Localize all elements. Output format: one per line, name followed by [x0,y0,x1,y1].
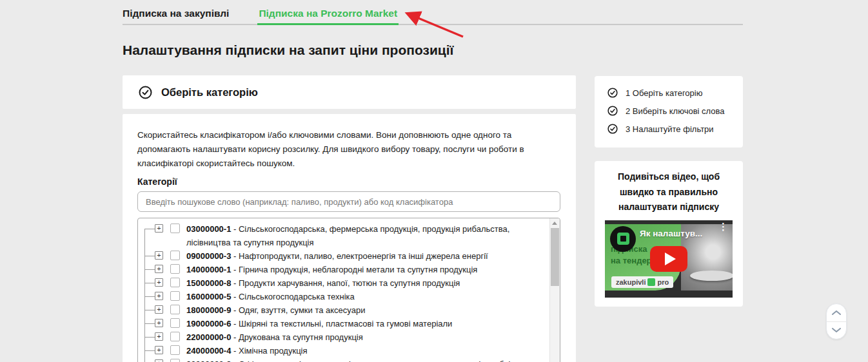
brand-right-text: pro [657,278,669,286]
tree-item-text[interactable]: 19000000-6 - Шкіряні та текстильні, плас… [186,317,452,330]
tree-item-text[interactable]: 03000000-1 - Сільськогосподарська, ферме… [186,222,545,249]
tree-expand-button[interactable]: + [155,292,163,300]
check-circle-icon [139,86,152,99]
tree-item-sep: - [231,319,239,329]
tree-item-sep: - [231,265,239,274]
category-description: Скористайтесь класифікатором і/або ключо… [137,128,560,171]
tree-row: + 18000000-9 - Одяг, взуття, сумки та ак… [144,303,547,317]
tree-item-name: Шкіряні та текстильні, пластмасові та гу… [239,319,452,329]
tree-item-text[interactable]: 15000000-8 - Продукти харчування, напої,… [186,276,460,290]
tabs-bar: Підписка на закупівлі Підписка на Prozor… [123,0,743,25]
zakupivli-pro-badge: zakupivli pro [611,276,673,288]
tree-expand-button[interactable]: + [155,224,163,233]
page-scroll-control [826,303,847,339]
check-circle-icon [607,88,618,98]
tree-row: + 14000000-1 - Гірнича продукція, неблаг… [144,263,547,276]
tree-row: + 30000000-9 - Офісна та комп’ютерна тех… [144,357,547,362]
step-label: 2 Виберіть ключові слова [626,106,725,116]
tree-item-sep: - [231,251,239,261]
category-checkbox[interactable] [170,318,180,328]
tree-item-text[interactable]: 09000000-3 - Нафтопродукти, паливо, елек… [186,249,488,263]
list-scrollbar[interactable] [549,218,560,362]
check-circle-icon [607,124,618,134]
tree-item-code: 22000000-0 [186,332,231,342]
tree-expand-button[interactable]: + [155,332,163,341]
tree-item-text[interactable]: 16000000-5 - Сільськогосподарська технік… [186,290,355,303]
category-checkbox[interactable] [170,278,180,287]
check-circle-icon [607,106,618,116]
tree-item-code: 24000000-4 [186,346,231,356]
category-header-card: Оберіть категорію [123,75,576,109]
tree-item-text[interactable]: 22000000-0 - Друкована та супутня продук… [186,330,363,344]
category-checkbox[interactable] [170,264,180,274]
classifier-search-input[interactable] [137,191,560,212]
step-item-3[interactable]: 3 Налаштуйте фільтри [607,124,743,134]
steps-card: 1 Оберіть категорію 2 Виберіть ключові с… [595,76,743,148]
tab-prozorro-market-subscription[interactable]: Підписка на Prozorro Market [259,7,397,24]
tree-row: + 24000000-4 - Хімічна продукція [144,344,547,357]
tree-item-sep: - [231,332,239,342]
tree-item-name: Одяг, взуття, сумки та аксесуари [239,305,365,315]
step-item-1[interactable]: 1 Оберіть категорію [607,88,743,98]
tree-item-code: 19000000-6 [186,319,231,329]
category-checkbox[interactable] [170,305,180,314]
kebab-menu-icon[interactable]: ⋮ [718,225,728,229]
youtube-play-button[interactable] [650,246,687,272]
category-card-title: Оберіть категорію [161,86,258,99]
category-checkbox[interactable] [170,291,180,301]
tree-item-sep: - [231,292,239,301]
scrollbar-up-arrow-icon[interactable] [550,218,560,228]
tree-item-name: Сільськогосподарська техніка [239,292,355,301]
tree-item-code: 09000000-3 [186,251,231,261]
step-label: 3 Налаштуйте фільтри [626,124,714,134]
tree-item-text[interactable]: 30000000-9 - Офісна та комп’ютерна техні… [186,357,545,362]
tree-item-code: 15000000-8 [186,278,231,288]
tree-item-text[interactable]: 24000000-4 - Хімічна продукція [186,344,308,357]
video-card: Подивіться відео, щоб швидко та правильн… [595,161,743,307]
thumbnail-text-line2: на тендер [611,256,652,265]
category-checkbox[interactable] [170,359,180,362]
tab-procurement-subscription[interactable]: Підписка на закупівлі [123,7,229,24]
tree-expand-button[interactable]: + [155,265,163,273]
scrollbar-thumb[interactable] [551,228,559,286]
tree-expand-button[interactable]: + [155,319,163,327]
chevron-up-icon [831,310,842,316]
thumbnail-video-title: Як налаштув... [640,229,702,238]
tree-row: + 09000000-3 - Нафтопродукти, паливо, ел… [144,249,547,263]
scroll-down-button[interactable] [827,321,846,339]
tree-item-code: 30000000-9 [186,359,231,362]
brand-square-icon [647,278,655,286]
tree-expand-button[interactable]: + [155,359,163,362]
tree-row: + 15000000-8 - Продукти харчування, напо… [144,276,547,290]
tree-item-text[interactable]: 14000000-1 - Гірнича продукція, неблагор… [186,263,477,276]
category-checkbox[interactable] [170,224,180,233]
tree-item-code: 18000000-9 [186,305,231,315]
chevron-down-icon [831,327,842,333]
category-checkbox[interactable] [170,251,180,260]
tree-expand-button[interactable]: + [155,278,163,287]
tree-item-code: 16000000-5 [186,292,231,301]
category-checkbox[interactable] [170,345,180,355]
step-item-2[interactable]: 2 Виберіть ключові слова [607,106,743,116]
tree-row: + 22000000-0 - Друкована та супутня прод… [144,330,547,344]
step-label: 1 Оберіть категорію [626,88,702,98]
zakupivli-logo-icon [610,226,636,252]
tree-item-code: 14000000-1 [186,265,231,274]
scroll-up-button[interactable] [827,304,846,321]
tree-row: + 19000000-6 - Шкіряні та текстильні, пл… [144,317,547,330]
category-tree: + 03000000-1 - Сільськогосподарська, фер… [144,222,547,362]
tree-item-text[interactable]: 18000000-9 - Одяг, взуття, сумки та аксе… [186,303,365,317]
tree-expand-button[interactable]: + [155,346,163,354]
page-title: Налаштування підписки на запит ціни проп… [123,43,454,58]
tree-item-sep: - [231,305,239,315]
tree-item-name: Хімічна продукція [239,346,308,356]
brand-left-text: zakupivli [616,278,646,286]
tree-expand-button[interactable]: + [155,251,163,260]
tree-row: + 16000000-5 - Сільськогосподарська техн… [144,290,547,303]
classifier-list: + 03000000-1 - Сільськогосподарська, фер… [137,218,560,362]
category-checkbox[interactable] [170,332,180,341]
tree-expand-button[interactable]: + [155,305,163,314]
video-thumbnail[interactable]: Як налаштув... підписка на тендер zakupi… [605,220,733,298]
tree-item-name: Нафтопродукти, паливо, електроенергія та… [239,251,488,261]
video-card-title: Подивіться відео, щоб швидко та правильн… [605,169,733,215]
